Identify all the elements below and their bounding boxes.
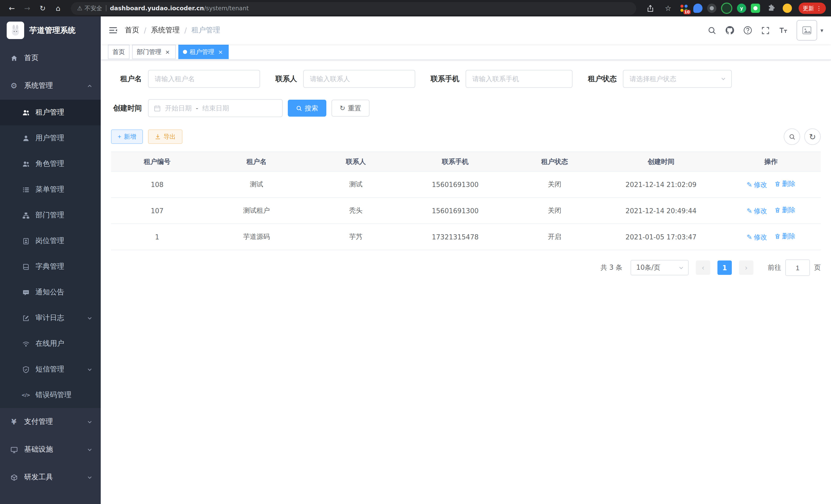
extension-green-ring-icon[interactable] [721, 3, 732, 14]
browser-back-button[interactable]: ← [5, 2, 19, 15]
cell-contact: 芋艿 [310, 224, 402, 250]
avatar[interactable] [797, 20, 818, 40]
sidebar-item-error-code[interactable]: </> 错误码管理 [0, 382, 101, 408]
fullscreen-icon[interactable] [762, 26, 770, 35]
edit-icon: ✎ [747, 181, 752, 189]
table-header: 租户编号 租户名 联系人 联系手机 租户状态 创建时间 操作 [111, 152, 821, 171]
sidebar-item-dict[interactable]: 字典管理 [0, 254, 101, 279]
add-button[interactable]: + 新增 [111, 129, 143, 144]
sidebar-item-post[interactable]: 岗位管理 [0, 228, 101, 254]
sidebar-item-audit-log[interactable]: 审计日志 [0, 305, 101, 331]
col-mobile: 联系手机 [402, 152, 508, 171]
browser-forward-button[interactable]: → [21, 2, 34, 15]
contact-input[interactable] [303, 70, 415, 88]
address-bar[interactable]: ⚠ 不安全 dashboard.yudao.iocoder.cn/system/… [71, 2, 636, 14]
page-size-select[interactable]: 10条/页 [631, 260, 689, 275]
sidebar-item-online-user[interactable]: 在线用户 [0, 331, 101, 357]
tag-home[interactable]: 首页 [108, 45, 130, 59]
extension-globe-icon[interactable] [707, 4, 716, 13]
edit-link[interactable]: ✎修改 [747, 233, 767, 242]
not-secure-label[interactable]: ⚠ 不安全 [77, 4, 102, 12]
browser-update-button[interactable]: 更新 ⋮ [799, 3, 826, 14]
delete-link[interactable]: 删除 [774, 232, 796, 241]
breadcrumb-separator: / [184, 26, 187, 34]
sidebar-item-menu[interactable]: 菜单管理 [0, 177, 101, 202]
sidebar-item-tenant[interactable]: 租户管理 [0, 100, 101, 125]
sidebar-item-notice[interactable]: 通知公告 [0, 279, 101, 305]
sidebar-item-home[interactable]: 首页 [0, 44, 101, 72]
edit-icon: ✎ [747, 207, 752, 215]
edit-link[interactable]: ✎修改 [747, 180, 767, 189]
cell-tenant-name: 测试 [203, 171, 310, 198]
sidebar-item-infra[interactable]: 基础设施 [0, 436, 101, 464]
breadcrumb-home[interactable]: 首页 [125, 26, 139, 35]
refresh-icon: ↻ [340, 104, 345, 112]
tag-tenant[interactable]: 租户管理 × [178, 45, 229, 59]
profile-avatar-icon[interactable] [783, 4, 792, 13]
date-end-placeholder[interactable]: 结束日期 [202, 103, 229, 113]
extension-y-icon[interactable]: y [737, 4, 746, 13]
tags-view: 首页 部门管理 × 租户管理 × [101, 44, 831, 60]
sidebar-item-label: 部门管理 [35, 211, 64, 220]
extension-colorful-icon[interactable]: 10 [679, 4, 689, 13]
reset-button[interactable]: ↻ 重置 [332, 100, 370, 117]
kebab-menu-icon[interactable]: ⋮ [816, 5, 822, 11]
delete-link[interactable]: 删除 [774, 180, 796, 189]
goto-page: 前往 页 [768, 260, 821, 276]
browser-home-button[interactable]: ⌂ [51, 2, 65, 15]
search-button[interactable]: 搜索 [288, 100, 326, 117]
sidebar-item-label: 短信管理 [35, 365, 64, 374]
close-icon[interactable]: × [217, 48, 224, 56]
tag-label: 租户管理 [190, 48, 214, 56]
date-separator: - [196, 104, 198, 112]
chevron-down-icon [87, 447, 92, 452]
delete-link[interactable]: 删除 [774, 206, 796, 215]
date-start-placeholder[interactable]: 开始日期 [165, 103, 192, 113]
breadcrumb-current: 租户管理 [192, 26, 220, 35]
goto-page-input[interactable] [785, 260, 810, 276]
github-icon[interactable] [725, 26, 735, 35]
next-page-button[interactable]: › [739, 261, 753, 275]
extension-pin-icon[interactable] [693, 4, 703, 13]
sidebar-item-pay[interactable]: ¥ 支付管理 [0, 408, 101, 436]
mobile-input[interactable] [466, 70, 573, 88]
status-select[interactable]: 请选择租户状态 [623, 70, 732, 88]
date-range-picker[interactable]: 开始日期 - 结束日期 [148, 99, 283, 117]
edit-link[interactable]: ✎修改 [747, 207, 767, 216]
sidebar-item-system[interactable]: ⚙ 系统管理 [0, 72, 101, 100]
extension-chat-icon[interactable] [751, 4, 760, 13]
share-icon[interactable] [643, 2, 657, 15]
user-menu[interactable]: ▾ [797, 20, 823, 40]
create-time-label: 创建时间 [111, 103, 142, 113]
toggle-search-button[interactable] [784, 128, 800, 145]
sidebar-logo-row[interactable]: 芋道管理系统 [0, 17, 101, 44]
filter-mobile: 联系手机 [431, 70, 573, 88]
cell-tenant-name: 芋道源码 [203, 224, 310, 250]
extensions-puzzle-icon[interactable] [765, 2, 778, 15]
sidebar-item-dev-tools[interactable]: 研发工具 [0, 464, 101, 491]
font-size-icon[interactable] [779, 26, 788, 35]
prev-page-button[interactable]: ‹ [696, 261, 710, 275]
tenant-name-input[interactable] [148, 70, 260, 88]
sidebar-item-user[interactable]: 用户管理 [0, 125, 101, 151]
header-search-icon[interactable] [708, 26, 717, 35]
cell-created: 2021-12-14 20:49:44 [601, 198, 721, 224]
navbar: 首页 / 系统管理 / 租户管理 ▾ [101, 17, 831, 44]
tag-dept[interactable]: 部门管理 × [132, 45, 176, 59]
sidebar-item-dept[interactable]: 部门管理 [0, 202, 101, 228]
signal-icon [22, 340, 30, 348]
close-icon[interactable]: × [164, 48, 171, 56]
browser-reload-button[interactable]: ↻ [36, 2, 49, 15]
url-path: /system/tenant [204, 5, 249, 12]
filter-row-1: 租户名 联系人 联系手机 租户状态 请选择租户状态 [111, 70, 821, 88]
bookmark-star-icon[interactable]: ☆ [661, 2, 675, 15]
export-button[interactable]: 导出 [148, 129, 182, 144]
sidebar-toggle-icon[interactable] [109, 26, 118, 35]
refresh-table-button[interactable]: ↻ [804, 128, 821, 145]
contact-label: 联系人 [276, 74, 297, 84]
help-question-icon[interactable] [743, 26, 753, 35]
page-number-1[interactable]: 1 [717, 261, 732, 275]
sidebar-item-label: 角色管理 [35, 159, 64, 169]
sidebar-item-role[interactable]: 角色管理 [0, 151, 101, 177]
sidebar-item-sms[interactable]: 短信管理 [0, 357, 101, 382]
